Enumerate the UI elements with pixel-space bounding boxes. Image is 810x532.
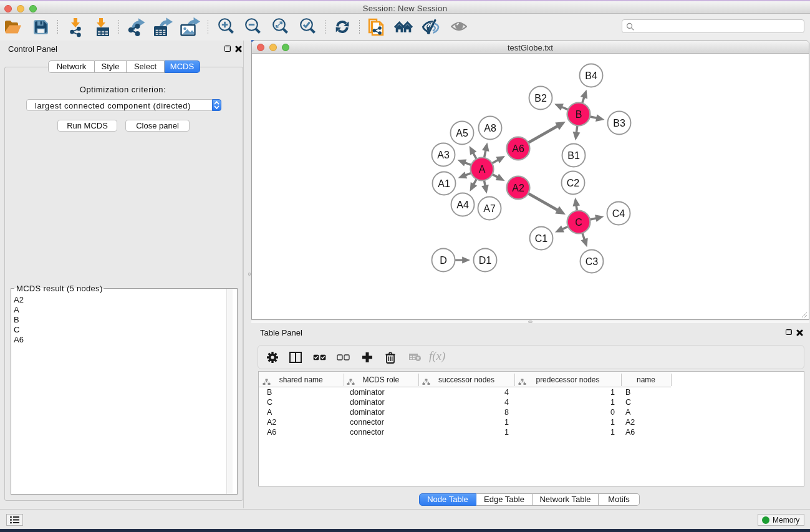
svg-text:A7: A7: [483, 203, 496, 214]
svg-text:C: C: [575, 217, 582, 228]
svg-text:A6: A6: [512, 143, 524, 154]
svg-text:B1: B1: [567, 150, 580, 161]
svg-text:A1: A1: [438, 178, 450, 189]
svg-text:A5: A5: [456, 128, 468, 138]
svg-text:B4: B4: [585, 70, 597, 81]
svg-text:B2: B2: [534, 93, 547, 104]
svg-text:A8: A8: [484, 123, 496, 133]
svg-text:A4: A4: [456, 200, 469, 210]
svg-text:C1: C1: [535, 233, 548, 244]
svg-text:D: D: [440, 255, 447, 266]
svg-text:B3: B3: [613, 118, 625, 128]
svg-text:C2: C2: [567, 178, 580, 188]
svg-text:A: A: [479, 164, 486, 175]
svg-text:C3: C3: [586, 256, 599, 267]
svg-text:A2: A2: [512, 183, 524, 193]
svg-text:D1: D1: [479, 255, 492, 266]
svg-text:B: B: [576, 109, 582, 120]
svg-text:C4: C4: [612, 208, 625, 219]
svg-text:A3: A3: [437, 150, 450, 160]
